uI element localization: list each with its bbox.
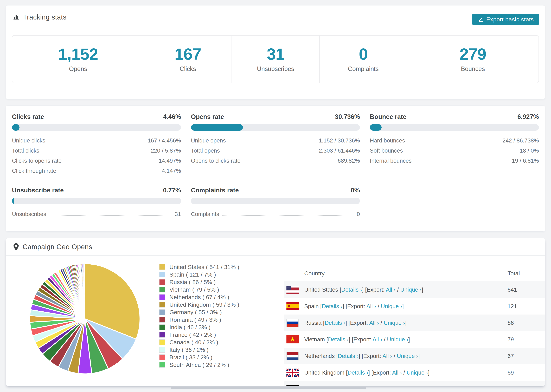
- total-cell: 541: [508, 287, 517, 293]
- export-all-link[interactable]: All ›: [392, 369, 402, 376]
- dotted-leader: [407, 142, 500, 142]
- export-unique-link[interactable]: Unique ›: [407, 369, 428, 376]
- stat-row: Unsubscribes 31: [12, 209, 181, 219]
- dotted-leader: [228, 142, 316, 142]
- stat-row-value: 242 / 86.738%: [502, 137, 539, 144]
- rate-title: Bounce rate: [370, 113, 406, 120]
- export-unique-link[interactable]: Unique ›: [381, 303, 402, 309]
- progress-bar-fill: [12, 198, 14, 204]
- export-icon: [477, 16, 484, 23]
- export-all-link[interactable]: All ›: [366, 303, 376, 309]
- geo-table-row: United States [Details ›] [Export: All ›…: [284, 281, 545, 298]
- summary-stat-box: 0 Complaints: [319, 35, 407, 83]
- legend-label: France ( 42 / 2% ): [170, 331, 216, 338]
- country-flag-icon: [286, 369, 299, 377]
- stat-row-label: Unique opens: [191, 137, 226, 144]
- export-basic-stats-button[interactable]: Export basic stats: [472, 14, 539, 25]
- total-column-header: Total: [508, 270, 520, 277]
- rate-block: Opens rate 30.736% Unique opens 1,152 / …: [191, 113, 360, 176]
- summary-stats-row: 1,152 Opens 167 Clicks 31 Unsubscribes 0…: [12, 35, 539, 83]
- legend-label: Brazil ( 33 / 2% ): [170, 354, 212, 361]
- export-unique-link[interactable]: Unique ›: [397, 353, 418, 359]
- export-unique-link[interactable]: Unique ›: [390, 386, 411, 386]
- tracking-stats-card: Tracking stats Export basic stats 1,152 …: [6, 5, 545, 99]
- export-unique-link[interactable]: Unique ›: [400, 287, 422, 293]
- legend-label: Netherlands ( 67 / 4% ): [170, 294, 229, 301]
- legend-item: United States ( 541 / 31% ): [159, 263, 239, 271]
- export-all-link[interactable]: All ›: [386, 287, 396, 293]
- dotted-leader: [405, 152, 517, 152]
- legend-item: France ( 42 / 2% ): [159, 331, 239, 338]
- legend-label: Canada ( 40 / 2% ): [170, 339, 218, 346]
- country-cell: Germany [Details ›] [Export: All › / Uni…: [304, 386, 413, 386]
- legend-label: Italy ( 36 / 2% ): [170, 347, 209, 353]
- stat-row: Opens to clicks rate 689.82%: [191, 156, 360, 166]
- dotted-leader: [42, 152, 148, 152]
- details-link[interactable]: Details ›: [322, 303, 343, 309]
- export-unique-link[interactable]: Unique ›: [387, 336, 409, 343]
- stat-row-label: Click through rate: [12, 168, 56, 174]
- details-link[interactable]: Details ›: [347, 369, 368, 376]
- export-unique-link[interactable]: Unique ›: [384, 320, 405, 326]
- stat-row-value: 0: [357, 211, 360, 217]
- rate-block-header: Unsubscribe rate 0.77%: [12, 187, 181, 195]
- legend-swatch: [159, 309, 165, 315]
- rate-rows: Hard bounces 242 / 86.738% Soft bounces …: [370, 135, 539, 166]
- rate-block: Unsubscribe rate 0.77% Unsubscribes 31: [12, 187, 181, 219]
- horizontal-scrollbar-thumb[interactable]: [171, 387, 366, 389]
- tracking-stats-header: Tracking stats Export basic stats: [6, 6, 545, 29]
- geo-table-row: Netherlands [Details ›] [Export: All › /…: [284, 348, 545, 364]
- stat-row: Complaints 0: [191, 209, 360, 219]
- geo-table-row: Russia [Details ›] [Export: All › / Uniq…: [284, 315, 545, 331]
- progress-bar-fill: [370, 124, 381, 131]
- total-cell: 86: [508, 320, 514, 326]
- total-cell: 59: [508, 369, 514, 376]
- rate-rows: Unsubscribes 31: [12, 209, 181, 219]
- progress-bar: [191, 198, 360, 204]
- country-column-header: Country: [304, 270, 325, 277]
- stat-label: Bounces: [461, 65, 485, 72]
- progress-bar: [191, 124, 360, 131]
- rate-value: 6.927%: [517, 113, 539, 120]
- export-all-link[interactable]: All ›: [382, 353, 392, 359]
- total-cell: 121: [508, 303, 517, 309]
- rate-block-header: Clicks rate 4.46%: [12, 113, 181, 122]
- geo-opens-pie-chart[interactable]: [28, 262, 141, 375]
- export-all-link[interactable]: All ›: [375, 386, 385, 386]
- stat-row-label: Soft bounces: [370, 147, 403, 154]
- rate-value: 0.77%: [163, 187, 181, 194]
- legend-label: Spain ( 121 / 7% ): [170, 271, 216, 278]
- details-link[interactable]: Details ›: [331, 386, 351, 386]
- legend-item: Spain ( 121 / 7% ): [159, 271, 239, 278]
- geo-table-row: United Kingdom [Details ›] [Export: All …: [284, 364, 545, 381]
- export-button-label: Export basic stats: [486, 16, 534, 23]
- legend-label: United States ( 541 / 31% ): [170, 264, 239, 270]
- details-link[interactable]: Details ›: [328, 336, 349, 343]
- dotted-leader: [49, 215, 172, 216]
- details-link[interactable]: Details ›: [325, 320, 345, 326]
- stat-row: Soft bounces 18 / 0%: [370, 146, 539, 156]
- stat-value: 0: [359, 46, 368, 62]
- geo-title: Campaign Geo Opens: [23, 243, 92, 251]
- legend-label: Germany ( 55 / 3% ): [170, 309, 222, 315]
- legend-swatch: [159, 294, 165, 300]
- rates-card: Clicks rate 4.46% Unique clicks 167 / 4.…: [6, 105, 545, 231]
- total-cell: 67: [508, 353, 514, 359]
- export-all-link[interactable]: All ›: [369, 320, 379, 326]
- details-link[interactable]: Details ›: [341, 287, 362, 293]
- progress-bar-fill: [12, 124, 20, 131]
- details-link[interactable]: Details ›: [338, 353, 359, 359]
- pie-legend: United States ( 541 / 31% ) Spain ( 121 …: [159, 263, 239, 369]
- progress-bar-fill: [191, 124, 243, 131]
- legend-item: Canada ( 40 / 2% ): [159, 338, 239, 346]
- rate-rows: Unique opens 1,152 / 30.736% Total opens…: [191, 135, 360, 166]
- geo-table-row: Germany [Details ›] [Export: All › / Uni…: [284, 381, 545, 386]
- export-all-link[interactable]: All ›: [373, 336, 382, 343]
- legend-item: United Kingdom ( 59 / 3% ): [159, 301, 239, 308]
- legend-label: South Africa ( 29 / 2% ): [170, 362, 229, 368]
- legend-swatch: [159, 354, 165, 360]
- legend-item: Italy ( 36 / 2% ): [159, 346, 239, 354]
- legend-label: Vietnam ( 79 / 5% ): [170, 286, 219, 293]
- legend-swatch: [159, 332, 165, 338]
- stat-value: 1,152: [58, 46, 98, 62]
